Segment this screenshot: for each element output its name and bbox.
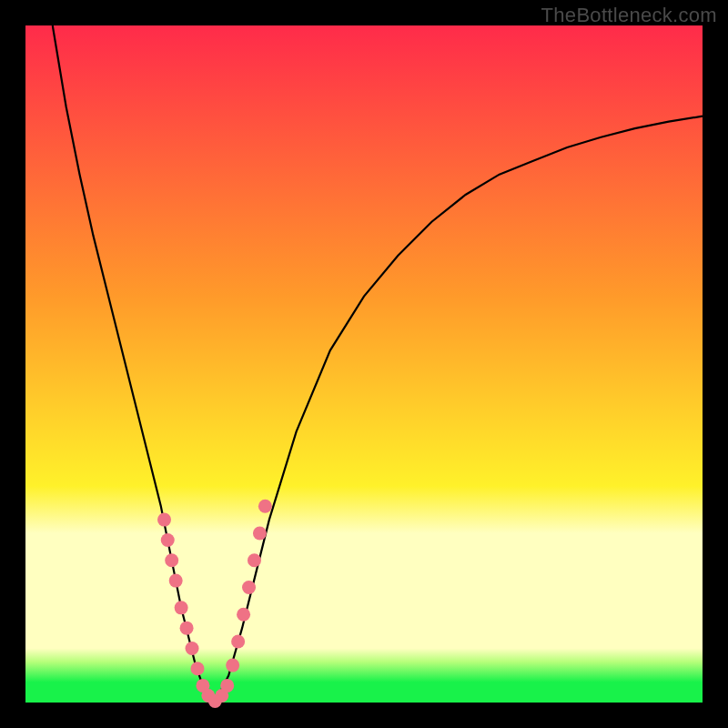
data-dot xyxy=(165,553,178,567)
curve-left-branch xyxy=(53,25,216,703)
data-dot xyxy=(190,662,204,675)
chart-svg xyxy=(25,25,703,703)
data-dot xyxy=(253,527,267,541)
data-dot xyxy=(169,574,183,588)
data-dot xyxy=(237,608,250,622)
watermark-text: TheBottleneck.com xyxy=(541,4,717,27)
data-dot xyxy=(226,659,239,672)
data-dot xyxy=(242,581,256,594)
data-dot xyxy=(161,533,175,547)
curve-right-branch xyxy=(215,116,703,703)
data-dot xyxy=(248,553,261,567)
data-dot xyxy=(220,679,234,693)
plot-area xyxy=(25,25,703,703)
data-dot xyxy=(231,635,245,649)
data-dot xyxy=(157,513,171,527)
data-dot xyxy=(258,500,272,513)
outer-frame: TheBottleneck.com xyxy=(0,0,728,728)
data-dot xyxy=(186,642,199,655)
data-dot xyxy=(175,601,188,614)
data-dot xyxy=(180,622,194,635)
